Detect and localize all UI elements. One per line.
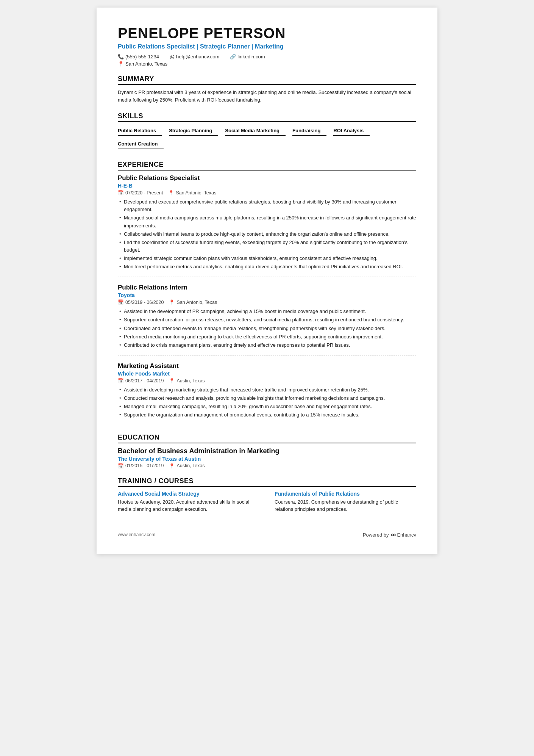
exp-date-heb: 📅 07/2020 - Present — [118, 190, 163, 196]
contact-location: 📍 San Antonio, Texas — [118, 61, 167, 67]
email-icon: @ — [170, 54, 175, 59]
skills-section: SKILLS Public Relations Strategic Planni… — [118, 112, 416, 152]
job-title-wholefoods: Marketing Assistant — [118, 362, 416, 370]
skills-grid: Public Relations Strategic Planning Soci… — [118, 126, 416, 152]
contact-phone: 📞 (555) 555-1234 — [118, 54, 159, 59]
enhancv-icon: ∞ — [391, 531, 396, 539]
exp-location-heb: 📍 San Antonio, Texas — [168, 190, 216, 196]
location-icon-wholefoods: 📍 — [169, 378, 175, 383]
experience-title: EXPERIENCE — [118, 161, 416, 171]
bullet-item: Monitored performance metrics and analyt… — [118, 263, 416, 271]
bullet-item: Implemented strategic communication plan… — [118, 255, 416, 262]
skill-social-media: Social Media Marketing — [225, 126, 286, 136]
enhancv-logo: ∞ Enhancv — [391, 531, 416, 539]
skill-roi-analysis: ROI Analysis — [333, 126, 370, 136]
summary-section: SUMMARY Dynamic PR professional with 3 y… — [118, 75, 416, 104]
calendar-icon: 📅 — [118, 299, 124, 305]
bullet-item: Conducted market research and analysis, … — [118, 394, 416, 402]
exp-bullets-wholefoods: Assisted in developing marketing strateg… — [118, 386, 416, 419]
resume-page: PENELOPE PETERSON Public Relations Speci… — [97, 8, 437, 554]
training-title-1: Advanced Social Media Strategy — [118, 491, 259, 497]
brand-name: Enhancv — [397, 532, 416, 538]
training-section: TRAINING / COURSES Advanced Social Media… — [118, 477, 416, 513]
edu-location: 📍 Austin, Texas — [169, 463, 205, 469]
training-item-1: Advanced Social Media Strategy Hootsuite… — [118, 491, 259, 513]
exp-meta-toyota: 📅 05/2019 - 06/2020 📍 San Antonio, Texas — [118, 299, 416, 305]
experience-entry-heb: Public Relations Specialist H-E-B 📅 07/2… — [118, 174, 416, 277]
bullet-item: Supported content creation for press rel… — [118, 316, 416, 324]
contact-email: @ help@enhancv.com — [170, 54, 219, 59]
exp-meta-wholefoods: 📅 06/2017 - 04/2019 📍 Austin, Texas — [118, 378, 416, 383]
contact-row: 📞 (555) 555-1234 @ help@enhancv.com 🔗 li… — [118, 54, 416, 59]
edu-school: The University of Texas at Austin — [118, 456, 416, 462]
exp-bullets-toyota: Assisted in the development of PR campai… — [118, 308, 416, 349]
exp-meta-heb: 📅 07/2020 - Present 📍 San Antonio, Texas — [118, 190, 416, 196]
calendar-icon-edu: 📅 — [118, 463, 124, 469]
bullet-item: Supported the organization and managemen… — [118, 411, 416, 419]
bullet-item: Managed social media campaigns across mu… — [118, 214, 416, 229]
location-icon-heb: 📍 — [168, 190, 174, 196]
candidate-title: Public Relations Specialist | Strategic … — [118, 43, 416, 50]
calendar-icon: 📅 — [118, 190, 124, 196]
summary-text: Dynamic PR professional with 3 years of … — [118, 89, 416, 104]
exp-bullets-heb: Developed and executed comprehensive pub… — [118, 198, 416, 271]
exp-location-wholefoods: 📍 Austin, Texas — [169, 378, 205, 383]
education-title: EDUCATION — [118, 434, 416, 443]
exp-date-toyota: 📅 05/2019 - 06/2020 — [118, 299, 164, 305]
experience-section: EXPERIENCE Public Relations Specialist H… — [118, 161, 416, 425]
resume-header: PENELOPE PETERSON Public Relations Speci… — [118, 26, 416, 67]
training-item-2: Fundamentals of Public Relations Courser… — [275, 491, 416, 513]
edu-degree: Bachelor of Business Administration in M… — [118, 447, 416, 455]
contact-linkedin: 🔗 linkedin.com — [230, 54, 265, 59]
training-title: TRAINING / COURSES — [118, 477, 416, 487]
education-section: EDUCATION Bachelor of Business Administr… — [118, 434, 416, 469]
bullet-item: Managed email marketing campaigns, resul… — [118, 403, 416, 410]
exp-location-toyota: 📍 San Antonio, Texas — [169, 299, 217, 305]
skill-fundraising: Fundraising — [292, 126, 326, 136]
training-grid: Advanced Social Media Strategy Hootsuite… — [118, 491, 416, 513]
skills-title: SKILLS — [118, 112, 416, 122]
location-icon-toyota: 📍 — [169, 299, 175, 305]
location-icon-edu: 📍 — [169, 463, 175, 469]
contact-location-row: 📍 San Antonio, Texas — [118, 61, 416, 67]
job-title-toyota: Public Relations Intern — [118, 284, 416, 291]
experience-entry-toyota: Public Relations Intern Toyota 📅 05/2019… — [118, 284, 416, 355]
candidate-name: PENELOPE PETERSON — [118, 26, 416, 42]
footer-brand: Powered by ∞ Enhancv — [363, 531, 416, 539]
bullet-item: Assisted in the development of PR campai… — [118, 308, 416, 315]
bullet-item: Developed and executed comprehensive pub… — [118, 198, 416, 213]
bullet-item: Led the coordination of successful fundr… — [118, 239, 416, 254]
skill-content-creation: Content Creation — [118, 139, 164, 149]
company-heb: H-E-B — [118, 183, 416, 189]
training-text-2: Coursera, 2019. Comprehensive understand… — [275, 498, 416, 513]
bullet-item: Assisted in developing marketing strateg… — [118, 386, 416, 394]
bullet-item: Collaborated with internal teams to prod… — [118, 230, 416, 238]
link-icon: 🔗 — [230, 54, 236, 59]
footer-website: www.enhancv.com — [118, 532, 155, 537]
experience-entry-wholefoods: Marketing Assistant Whole Foods Market 📅… — [118, 362, 416, 425]
bullet-item: Performed media monitoring and reporting… — [118, 333, 416, 341]
bullet-item: Coordinated and attended events to manag… — [118, 325, 416, 332]
bullet-item: Contributed to crisis management plans, … — [118, 341, 416, 349]
skill-public-relations: Public Relations — [118, 126, 162, 136]
resume-footer: www.enhancv.com Powered by ∞ Enhancv — [118, 527, 416, 539]
skill-strategic-planning: Strategic Planning — [169, 126, 218, 136]
edu-meta: 📅 01/2015 - 01/2019 📍 Austin, Texas — [118, 463, 416, 469]
exp-date-wholefoods: 📅 06/2017 - 04/2019 — [118, 378, 164, 383]
powered-by-text: Powered by — [363, 532, 389, 538]
summary-title: SUMMARY — [118, 75, 416, 85]
company-wholefoods: Whole Foods Market — [118, 371, 416, 377]
calendar-icon: 📅 — [118, 378, 124, 383]
training-text-1: Hootsuite Academy, 2020. Acquired advanc… — [118, 498, 259, 513]
phone-icon: 📞 — [118, 54, 124, 59]
location-icon: 📍 — [118, 61, 124, 67]
training-title-2: Fundamentals of Public Relations — [275, 491, 416, 497]
company-toyota: Toyota — [118, 292, 416, 298]
edu-date: 📅 01/2015 - 01/2019 — [118, 463, 164, 469]
job-title-heb: Public Relations Specialist — [118, 174, 416, 182]
